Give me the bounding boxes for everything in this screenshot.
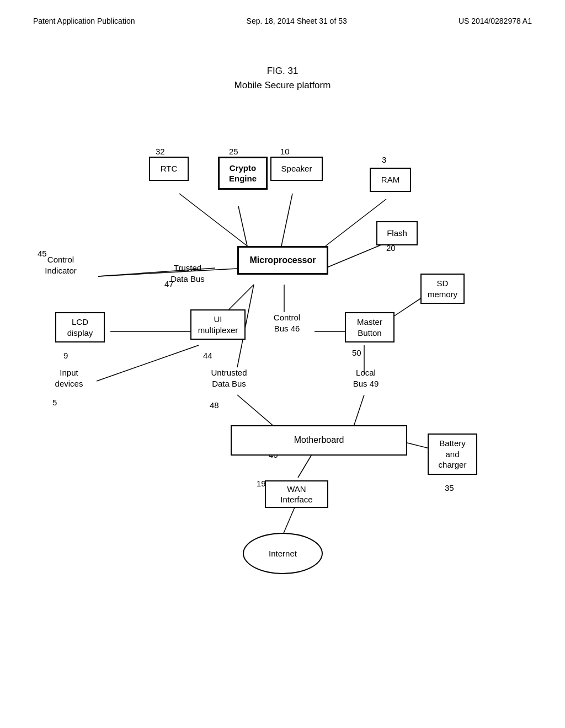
num-battery: 35 [445,483,454,493]
flash-box: Flash [376,221,418,245]
lcd-box: LCD display [55,312,105,342]
internet-ellipse: Internet [243,533,323,574]
header-left: Patent Application Publication [33,17,135,25]
diagram-area: FIG. 31 Mobile Secure platform [0,31,565,704]
svg-line-12 [392,296,425,318]
svg-line-9 [97,345,199,381]
header-right: US 2014/0282978 A1 [459,17,532,25]
rtc-box: RTC [149,157,189,181]
battery-box: Battery and charger [428,433,477,475]
num-master-button: 50 [352,348,361,357]
microprocessor-box: Microprocessor [237,246,328,275]
num-ram: 3 [382,155,386,164]
fig-title-line2: Mobile Secure platform [0,78,565,93]
sd-memory-box: SD memory [420,274,465,304]
ui-mux-box: UI multiplexer [190,309,246,340]
num-input-devices: 5 [52,398,57,407]
fig-title-line1: FIG. 31 [0,64,565,78]
num-lcd: 9 [63,351,68,360]
ram-box: RAM [370,168,411,192]
svg-line-0 [179,194,247,246]
num-speaker: 10 [280,147,290,156]
crypto-engine-box: Crypto Engine [218,157,268,190]
header-middle: Sep. 18, 2014 Sheet 31 of 53 [247,17,347,25]
num-crypto: 25 [229,147,238,156]
num-untrusted-bus: 48 [210,400,219,410]
svg-line-1 [238,206,247,246]
master-button-box: Master Button [345,312,395,342]
motherboard-box: Motherboard [231,425,407,456]
control-bus-label: Control Bus 46 [262,312,312,334]
num-rtc: 32 [156,147,165,156]
num-ui-mux: 44 [203,351,212,360]
wan-box: WAN Interface [265,480,328,508]
svg-line-2 [281,194,292,246]
trusted-bus-label: Trusted Data Bus [157,263,218,284]
svg-line-16 [353,395,364,428]
local-bus-label: Local Bus 49 [341,367,391,389]
control-indicator-label: Control Indicator [30,254,91,276]
input-devices-label: Input devices [41,367,97,389]
page-header: Patent Application Publication Sep. 18, … [0,0,565,31]
untrusted-bus-label: Untrusted Data Bus [199,367,259,389]
speaker-box: Speaker [270,157,323,181]
fig-title: FIG. 31 Mobile Secure platform [0,64,565,92]
svg-line-15 [237,395,276,428]
